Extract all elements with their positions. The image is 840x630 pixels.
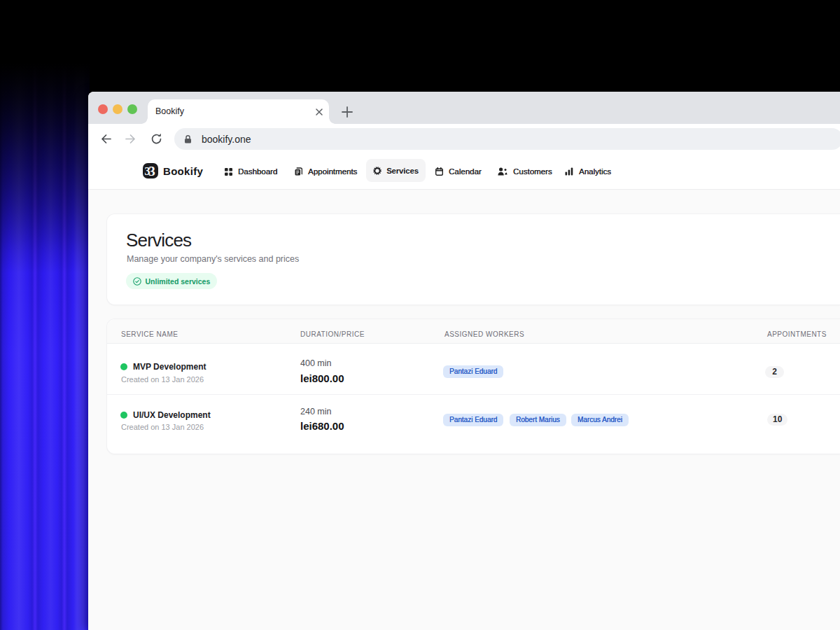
svg-text:3: 3 [148,164,155,178]
